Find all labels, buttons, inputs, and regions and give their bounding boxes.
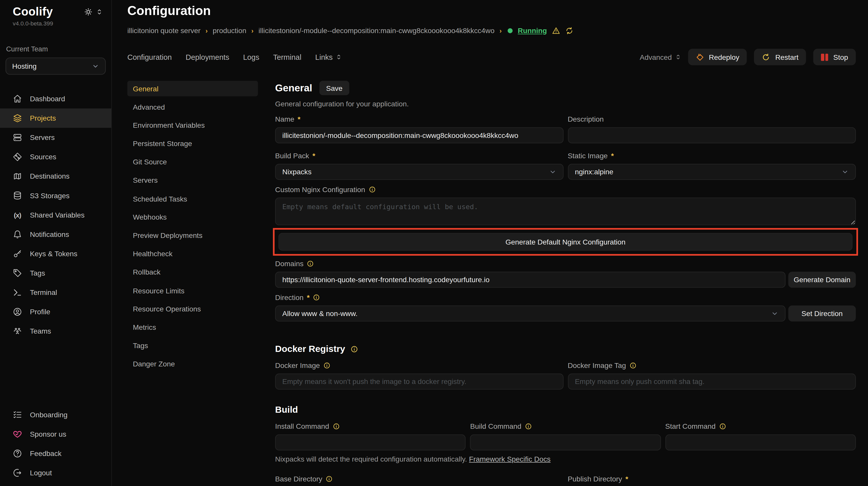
required-marker: * <box>625 475 628 483</box>
info-icon[interactable] <box>525 423 532 430</box>
subnav-danger-zone[interactable]: Danger Zone <box>127 356 258 372</box>
chevron-down-icon <box>92 63 99 70</box>
redeploy-button[interactable]: Redeploy <box>688 48 747 65</box>
install-command-field[interactable] <box>275 434 466 450</box>
subnav-environment-variables[interactable]: Environment Variables <box>127 118 258 133</box>
subnav-advanced[interactable]: Advanced <box>127 99 258 115</box>
subnav-general[interactable]: General <box>127 81 258 96</box>
sidebar-item-label: Sponsor us <box>30 430 66 439</box>
info-icon[interactable] <box>629 362 637 369</box>
save-button[interactable]: Save <box>319 81 349 95</box>
sidebar-item-projects[interactable]: Projects <box>0 108 111 128</box>
subnav-scheduled-tasks[interactable]: Scheduled Tasks <box>127 191 258 206</box>
build-command-field[interactable] <box>470 434 661 450</box>
tab-deployments[interactable]: Deployments <box>186 53 229 61</box>
sidebar-item-notifications[interactable]: Notifications <box>0 225 111 244</box>
database-icon <box>13 191 22 200</box>
breadcrumb-environment[interactable]: production <box>213 27 246 35</box>
logout-icon <box>13 468 22 478</box>
sidebar-item-teams[interactable]: Teams <box>0 322 111 341</box>
docker-image-label: Docker Image <box>275 361 563 370</box>
subnav-rollback[interactable]: Rollback <box>127 264 258 280</box>
info-icon[interactable] <box>350 345 358 353</box>
sidebar-item-keys-tokens[interactable]: Keys & Tokens <box>0 244 111 263</box>
docker-image-field[interactable] <box>275 374 563 390</box>
base-directory-label: Base Directory <box>275 475 563 483</box>
info-icon[interactable] <box>326 475 333 482</box>
team-select-value: Hosting <box>12 62 37 70</box>
warning-triangle-icon[interactable] <box>552 27 560 35</box>
sidebar-item-sponsor-us[interactable]: Sponsor us <box>0 424 111 444</box>
theme-toggle[interactable] <box>84 8 102 16</box>
stop-button[interactable]: Stop <box>813 48 856 65</box>
nginx-config-textarea[interactable] <box>275 197 856 225</box>
status-badge[interactable]: Running <box>518 27 547 35</box>
sidebar-item-dashboard[interactable]: Dashboard <box>0 89 111 108</box>
refresh-icon[interactable] <box>565 27 574 35</box>
info-icon[interactable] <box>368 186 375 193</box>
sidebar-item-servers[interactable]: Servers <box>0 128 111 147</box>
screen: Coolify v4.0.0-beta.399 Current Team Hos… <box>0 0 868 486</box>
subnav-git-source[interactable]: Git Source <box>127 154 258 170</box>
terminal-icon <box>13 288 22 297</box>
highlight-outline: Generate Default Nginx Configuration <box>273 228 858 256</box>
sidebar-item-feedback[interactable]: Feedback <box>0 444 111 463</box>
info-icon[interactable] <box>323 362 331 369</box>
subnav-resource-limits[interactable]: Resource Limits <box>127 283 258 298</box>
info-icon[interactable] <box>333 423 340 430</box>
tab-links[interactable]: Links <box>315 53 341 61</box>
framework-docs-link[interactable]: Framework Specific Docs <box>469 455 551 463</box>
sidebar-item-label: Projects <box>30 114 56 122</box>
tab-configuration[interactable]: Configuration <box>127 53 172 61</box>
chevron-down-icon <box>771 310 778 317</box>
name-field[interactable] <box>275 127 563 143</box>
generate-nginx-config-button[interactable]: Generate Default Nginx Configuration <box>278 233 852 251</box>
tab-links-label: Links <box>315 53 333 61</box>
build-pack-select[interactable]: Nixpacks <box>275 164 563 180</box>
sidebar-item-label: Terminal <box>30 288 57 297</box>
breadcrumb-application[interactable]: illicitestonion/-module--decomposition:m… <box>259 27 495 35</box>
sidebar-item-logout[interactable]: Logout <box>0 463 111 482</box>
variable-icon: (x) <box>13 210 22 220</box>
domains-field[interactable] <box>275 272 785 288</box>
checklist-icon <box>13 410 22 419</box>
stop-label: Stop <box>833 53 848 61</box>
sidebar-item-profile[interactable]: Profile <box>0 302 111 321</box>
info-icon[interactable] <box>307 260 314 267</box>
static-image-select[interactable]: nginx:alpine <box>568 164 856 180</box>
generate-domain-button[interactable]: Generate Domain <box>788 272 856 288</box>
domains-row: Generate Domain <box>275 272 856 288</box>
sidebar-footer-nav: Onboarding Sponsor us Feedback Logout <box>0 405 111 482</box>
subnav-tags[interactable]: Tags <box>127 338 258 353</box>
sidebar-item-sources[interactable]: Sources <box>0 147 111 166</box>
subnav-persistent-storage[interactable]: Persistent Storage <box>127 136 258 152</box>
users-icon <box>13 326 22 336</box>
team-select[interactable]: Hosting <box>6 58 106 74</box>
restart-button[interactable]: Restart <box>754 48 806 65</box>
subnav-servers[interactable]: Servers <box>127 172 258 188</box>
page-title: Configuration <box>112 0 868 18</box>
advanced-menu[interactable]: Advanced <box>640 53 681 61</box>
sidebar-item-onboarding[interactable]: Onboarding <box>0 405 111 424</box>
info-icon[interactable] <box>719 423 726 430</box>
subnav-metrics[interactable]: Metrics <box>127 320 258 335</box>
subnav-resource-operations[interactable]: Resource Operations <box>127 301 258 317</box>
subnav-preview-deployments[interactable]: Preview Deployments <box>127 228 258 243</box>
sidebar-item-shared-variables[interactable]: (x) Shared Variables <box>0 205 111 225</box>
tab-terminal[interactable]: Terminal <box>273 53 301 61</box>
breadcrumb-project[interactable]: illicitonion quote server <box>127 27 200 35</box>
start-command-field[interactable] <box>665 434 856 450</box>
info-icon[interactable] <box>313 294 320 301</box>
subnav-healthcheck[interactable]: Healthcheck <box>127 246 258 262</box>
subnav-webhooks[interactable]: Webhooks <box>127 209 258 225</box>
description-field[interactable] <box>568 127 856 143</box>
sidebar-item-terminal[interactable]: Terminal <box>0 283 111 302</box>
direction-select[interactable]: Allow www & non-www. <box>275 305 785 321</box>
sidebar-item-s3-storages[interactable]: S3 Storages <box>0 186 111 205</box>
sidebar-item-tags[interactable]: Tags <box>0 263 111 283</box>
sidebar-item-destinations[interactable]: Destinations <box>0 167 111 186</box>
build-command-label: Build Command <box>470 422 661 430</box>
set-direction-button[interactable]: Set Direction <box>788 305 856 321</box>
tab-logs[interactable]: Logs <box>243 53 259 61</box>
docker-image-tag-field[interactable] <box>568 374 856 390</box>
